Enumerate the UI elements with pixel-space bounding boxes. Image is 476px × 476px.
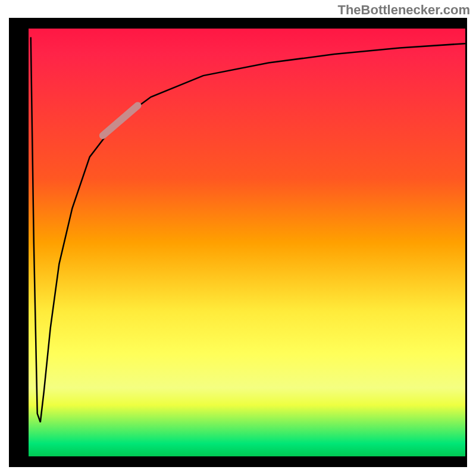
chart-curve [29,29,465,456]
chart-frame [9,18,467,467]
bottleneck-chart [0,18,476,476]
attribution-label: TheBottlenecker.com [337,2,470,18]
curve-path [31,37,465,422]
highlight-segment [103,105,138,135]
plot-area [29,29,465,456]
